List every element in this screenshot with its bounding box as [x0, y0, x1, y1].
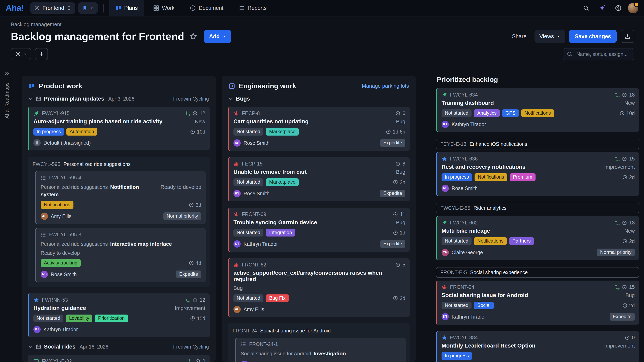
tag-pill[interactable]: Notifications [41, 201, 74, 209]
work-card[interactable]: FWCYL-66218Multi bike mileageNewNot star… [436, 216, 639, 260]
work-card[interactable]: FWCYL-E-320 [28, 355, 210, 362]
card-title-row: Training dashboardNew [442, 100, 635, 106]
tag-pill[interactable]: In progress [34, 128, 64, 136]
tag-pill[interactable]: Not started [234, 229, 264, 237]
work-card[interactable]: FWCYL-595-3Personalized ride suggestions… [35, 228, 206, 282]
priority-pill[interactable]: Expedite [380, 190, 405, 197]
tag-pill[interactable]: In progress [442, 352, 472, 360]
tag-pill[interactable]: Marketplace [266, 178, 299, 186]
priority-pill[interactable]: Expedite [380, 139, 405, 147]
priority-pill[interactable]: Expedite [380, 240, 405, 248]
tag-pill[interactable]: Automation [66, 128, 97, 136]
export-button[interactable] [621, 30, 634, 43]
epic-label[interactable]: FRONT-E-5Social sharing experience [436, 267, 639, 278]
aha-logo[interactable]: Aha! [6, 3, 24, 13]
group-header[interactable]: FWCYL-595Personalized ride suggestions [32, 161, 205, 167]
record-count: 12 [200, 297, 205, 303]
work-card[interactable]: FWRNN-5312Hydration guidanceImprovementN… [28, 293, 210, 337]
tag-pill[interactable]: Analytics [474, 109, 500, 117]
tab-document[interactable]: Document [184, 0, 230, 16]
improvement-star-icon [34, 297, 39, 303]
work-card[interactable]: FRONT-24-1Social sharing issue for Andro… [235, 338, 406, 362]
priority-pill[interactable]: Expedite [176, 271, 201, 278]
column-title: Prioritized backlog [437, 76, 639, 83]
search-input[interactable] [576, 51, 630, 57]
search-button[interactable] [580, 1, 592, 14]
work-card[interactable]: FRONT-2415Social sharing issue for Andro… [436, 281, 639, 325]
breadcrumb[interactable]: Backlog management [11, 21, 644, 27]
tag-pill[interactable]: Not started [234, 295, 264, 302]
help-button[interactable] [612, 1, 625, 14]
add-button[interactable]: Add [204, 30, 231, 43]
assignee-name: Rose Smith [452, 185, 478, 191]
section-header[interactable]: Social ridesApr 16, 2026Fredwin Cycling [28, 344, 209, 350]
card-tags-row: In progress [442, 352, 635, 360]
user-avatar[interactable] [628, 3, 638, 13]
save-changes-button[interactable]: Save changes [569, 30, 617, 43]
tag-pill[interactable]: Premium [510, 173, 536, 181]
section-header[interactable]: Bugs [228, 95, 409, 102]
estimate-value: 2d [629, 303, 635, 309]
add-column-button[interactable] [35, 48, 48, 60]
work-card[interactable]: FWCYL-8840Monthly Leaderboard Reset Opti… [436, 331, 639, 362]
tag-pill[interactable]: In progress [442, 173, 472, 181]
tag-pill[interactable]: GPS [502, 109, 519, 117]
share-button[interactable]: Share [508, 30, 530, 43]
tag-pill[interactable]: Partners [509, 237, 534, 245]
tag-pill[interactable]: Not started [442, 109, 472, 117]
epic-label[interactable]: FCYC-E-13Enhance iOS notifications [436, 139, 639, 149]
expand-panel-icon[interactable] [4, 71, 10, 76]
card-key-row: FWCYL-63615 [442, 156, 635, 162]
manage-parking-lots-link[interactable]: Manage parking lots [362, 83, 409, 89]
engineering-work-column: Engineering work Manage parking lots Bug… [222, 76, 416, 362]
quick-nav-button[interactable] [78, 2, 98, 14]
tag-pill[interactable]: Bug Fix [266, 295, 288, 302]
epic-label[interactable]: FWCYL-E-55Rider analytics [436, 203, 639, 213]
caret-down-icon [90, 6, 94, 10]
tag-pill[interactable]: Integration [266, 229, 295, 237]
views-button[interactable]: Views [534, 30, 565, 43]
estimate: 2d [622, 303, 635, 309]
work-card[interactable]: FECP-86Cart quantities not updatingBugNo… [228, 107, 410, 151]
ai-assistant-button[interactable] [596, 1, 608, 14]
work-card[interactable]: FECP-158Unable to remove from cartBugNot… [228, 157, 410, 201]
tag-pill[interactable]: Prioritization [95, 315, 128, 322]
tab-label: Document [199, 5, 224, 11]
work-card[interactable]: FWCYL-63615Rest and recovery notificatio… [436, 152, 639, 196]
settings-button[interactable] [11, 48, 31, 60]
tab-plans[interactable]: Plans [109, 0, 144, 16]
priority-pill[interactable]: Normal priority [597, 249, 635, 256]
tag-pill[interactable]: Not started [442, 302, 472, 309]
tag-pill[interactable]: Not started [442, 237, 472, 245]
priority-pill[interactable]: Normal priority [164, 212, 201, 220]
tag-pill[interactable]: Lovability [66, 315, 92, 322]
feature-rocket-icon [34, 111, 39, 116]
work-card[interactable]: FWCYL-63418Training dashboardNewNot star… [436, 88, 639, 132]
priority-pill[interactable]: Expedite [610, 313, 635, 321]
favorite-star-button[interactable] [190, 32, 197, 42]
work-card[interactable]: FWCYL-595-4Personalized ride suggestions… [35, 171, 206, 224]
column-title: Product work [39, 82, 82, 90]
tag-pill[interactable]: Marketplace [266, 128, 299, 136]
tab-reports[interactable]: Reports [233, 0, 273, 16]
card-assignee-row: KTKathryn Tirador [442, 121, 635, 128]
section-header[interactable]: Premium plan updatesApr 3, 2026Fredwin C… [28, 95, 209, 102]
filter-search [563, 48, 634, 60]
work-card[interactable]: FWCYL-91512Auto-adjust training plans ba… [28, 107, 210, 150]
workspace-switcher[interactable]: Frontend [30, 2, 75, 14]
tag-pill[interactable]: Social [474, 302, 494, 309]
card-assignee-row: AEAmy Ellis [234, 306, 405, 313]
work-card[interactable]: FRONT-6911Trouble syncing Garmin deviceB… [228, 208, 410, 252]
tab-work[interactable]: Work [147, 0, 181, 16]
card-meta: 12 [185, 297, 205, 303]
tag-pill[interactable]: Activity tracking [41, 259, 81, 267]
tag-pill[interactable]: Not started [234, 178, 264, 186]
work-card[interactable]: FRONT-625active_support/core_ext/array/c… [228, 258, 410, 317]
group-header[interactable]: FRONT-24Social sharing issue for Android [233, 328, 405, 334]
tag-pill[interactable]: Notifications [521, 109, 554, 117]
tag-pill[interactable]: Notifications [474, 237, 507, 245]
tag-pill[interactable]: Notifications [474, 173, 507, 181]
tag-pill[interactable]: Not started [234, 128, 264, 136]
assignee-name: Kathryn Tirador [44, 327, 78, 333]
tag-pill[interactable]: Not started [34, 315, 64, 322]
